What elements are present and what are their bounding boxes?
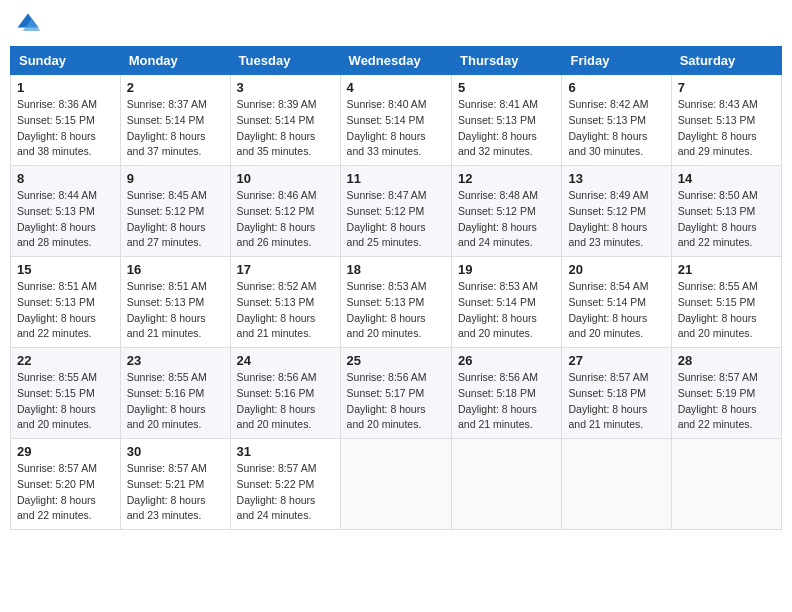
table-row: 20Sunrise: 8:54 AMSunset: 5:14 PMDayligh… <box>562 257 671 348</box>
table-row: 26Sunrise: 8:56 AMSunset: 5:18 PMDayligh… <box>452 348 562 439</box>
table-row: 18Sunrise: 8:53 AMSunset: 5:13 PMDayligh… <box>340 257 451 348</box>
table-row: 31Sunrise: 8:57 AMSunset: 5:22 PMDayligh… <box>230 439 340 530</box>
table-row: 23Sunrise: 8:55 AMSunset: 5:16 PMDayligh… <box>120 348 230 439</box>
page-header <box>10 10 782 38</box>
table-row: 28Sunrise: 8:57 AMSunset: 5:19 PMDayligh… <box>671 348 781 439</box>
table-row <box>671 439 781 530</box>
weekday-header-friday: Friday <box>562 47 671 75</box>
calendar-table: SundayMondayTuesdayWednesdayThursdayFrid… <box>10 46 782 530</box>
table-row: 12Sunrise: 8:48 AMSunset: 5:12 PMDayligh… <box>452 166 562 257</box>
calendar-week-5: 29Sunrise: 8:57 AMSunset: 5:20 PMDayligh… <box>11 439 782 530</box>
table-row <box>340 439 451 530</box>
weekday-header-saturday: Saturday <box>671 47 781 75</box>
table-row: 25Sunrise: 8:56 AMSunset: 5:17 PMDayligh… <box>340 348 451 439</box>
table-row: 24Sunrise: 8:56 AMSunset: 5:16 PMDayligh… <box>230 348 340 439</box>
table-row: 27Sunrise: 8:57 AMSunset: 5:18 PMDayligh… <box>562 348 671 439</box>
table-row: 21Sunrise: 8:55 AMSunset: 5:15 PMDayligh… <box>671 257 781 348</box>
table-row: 4Sunrise: 8:40 AMSunset: 5:14 PMDaylight… <box>340 75 451 166</box>
weekday-header-row: SundayMondayTuesdayWednesdayThursdayFrid… <box>11 47 782 75</box>
table-row <box>452 439 562 530</box>
weekday-header-monday: Monday <box>120 47 230 75</box>
calendar-week-2: 8Sunrise: 8:44 AMSunset: 5:13 PMDaylight… <box>11 166 782 257</box>
weekday-header-wednesday: Wednesday <box>340 47 451 75</box>
table-row: 15Sunrise: 8:51 AMSunset: 5:13 PMDayligh… <box>11 257 121 348</box>
table-row: 29Sunrise: 8:57 AMSunset: 5:20 PMDayligh… <box>11 439 121 530</box>
table-row: 8Sunrise: 8:44 AMSunset: 5:13 PMDaylight… <box>11 166 121 257</box>
table-row: 2Sunrise: 8:37 AMSunset: 5:14 PMDaylight… <box>120 75 230 166</box>
calendar-week-3: 15Sunrise: 8:51 AMSunset: 5:13 PMDayligh… <box>11 257 782 348</box>
table-row: 13Sunrise: 8:49 AMSunset: 5:12 PMDayligh… <box>562 166 671 257</box>
logo-icon <box>14 10 42 38</box>
table-row: 3Sunrise: 8:39 AMSunset: 5:14 PMDaylight… <box>230 75 340 166</box>
table-row: 7Sunrise: 8:43 AMSunset: 5:13 PMDaylight… <box>671 75 781 166</box>
table-row: 30Sunrise: 8:57 AMSunset: 5:21 PMDayligh… <box>120 439 230 530</box>
table-row <box>562 439 671 530</box>
calendar-week-4: 22Sunrise: 8:55 AMSunset: 5:15 PMDayligh… <box>11 348 782 439</box>
table-row: 19Sunrise: 8:53 AMSunset: 5:14 PMDayligh… <box>452 257 562 348</box>
logo <box>14 10 46 38</box>
weekday-header-sunday: Sunday <box>11 47 121 75</box>
table-row: 6Sunrise: 8:42 AMSunset: 5:13 PMDaylight… <box>562 75 671 166</box>
table-row: 22Sunrise: 8:55 AMSunset: 5:15 PMDayligh… <box>11 348 121 439</box>
table-row: 9Sunrise: 8:45 AMSunset: 5:12 PMDaylight… <box>120 166 230 257</box>
weekday-header-tuesday: Tuesday <box>230 47 340 75</box>
calendar-week-1: 1Sunrise: 8:36 AMSunset: 5:15 PMDaylight… <box>11 75 782 166</box>
table-row: 14Sunrise: 8:50 AMSunset: 5:13 PMDayligh… <box>671 166 781 257</box>
table-row: 10Sunrise: 8:46 AMSunset: 5:12 PMDayligh… <box>230 166 340 257</box>
table-row: 5Sunrise: 8:41 AMSunset: 5:13 PMDaylight… <box>452 75 562 166</box>
table-row: 16Sunrise: 8:51 AMSunset: 5:13 PMDayligh… <box>120 257 230 348</box>
weekday-header-thursday: Thursday <box>452 47 562 75</box>
table-row: 11Sunrise: 8:47 AMSunset: 5:12 PMDayligh… <box>340 166 451 257</box>
table-row: 17Sunrise: 8:52 AMSunset: 5:13 PMDayligh… <box>230 257 340 348</box>
table-row: 1Sunrise: 8:36 AMSunset: 5:15 PMDaylight… <box>11 75 121 166</box>
